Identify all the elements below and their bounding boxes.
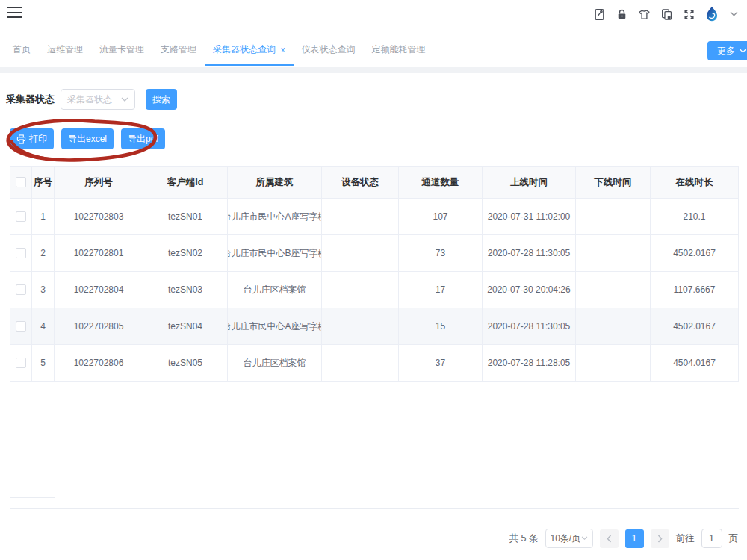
tab-label: 采集器状态查询 (213, 44, 276, 55)
app-logo-icon[interactable] (703, 6, 720, 23)
table-cell: 2020-07-28 11:30:05 (483, 235, 576, 271)
chevron-right-icon (657, 535, 663, 543)
table-cell: 1022702805 (55, 308, 143, 344)
theme-shirt-icon[interactable] (636, 6, 653, 23)
table-cell: 5 (32, 345, 55, 381)
page-size-value: 10条/页 (551, 532, 581, 545)
table-header-row: 序号 序列号 客户端Id 所属建筑 设备状态 通道数量 上线时间 下线时间 在线… (10, 166, 739, 199)
table-cell (322, 308, 399, 344)
tab-branch-management[interactable]: 支路管理 (152, 34, 205, 66)
table-cell: tezSN04 (143, 308, 228, 344)
table-cell (576, 308, 651, 344)
filter-row: 采集器状态 采集器状态 搜索 (6, 89, 177, 110)
header-offline-time: 下线时间 (576, 167, 651, 198)
collector-status-page: 首页 运维管理 流量卡管理 支路管理 采集器状态查询x 仪表状态查询 定额能耗管… (0, 0, 747, 560)
table-cell (322, 199, 399, 234)
tab-meter-status-query[interactable]: 仪表状态查询 (294, 34, 364, 66)
table-cell: 台儿庄区档案馆 (228, 345, 322, 381)
goto-page-input[interactable] (701, 529, 722, 548)
menu-icon[interactable] (7, 7, 22, 19)
header-checkbox-cell (10, 167, 32, 198)
header-building: 所属建筑 (228, 167, 322, 198)
lock-icon[interactable] (613, 6, 630, 23)
tab-quota-energy-management[interactable]: 定额能耗管理 (364, 34, 434, 66)
tab-collector-status-query[interactable]: 采集器状态查询x (205, 34, 294, 66)
tabbar: 首页 运维管理 流量卡管理 支路管理 采集器状态查询x 仪表状态查询 定额能耗管… (0, 34, 747, 66)
row-checkbox[interactable] (16, 358, 26, 368)
chevron-left-icon (607, 535, 612, 543)
row-checkbox[interactable] (16, 248, 26, 258)
document-edit-icon[interactable] (591, 6, 608, 23)
row-checkbox[interactable] (16, 284, 26, 295)
table-cell: 37 (399, 345, 483, 381)
table-cell: 台儿庄市民中心A座写字楼 (228, 308, 322, 344)
table-cell (576, 272, 651, 308)
fullscreen-icon[interactable] (681, 6, 698, 23)
row-checkbox-cell (10, 272, 32, 308)
page-number-button[interactable]: 1 (625, 529, 644, 548)
table-cell (322, 345, 399, 381)
table-cell: 73 (399, 235, 483, 271)
collector-status-label: 采集器状态 (6, 93, 55, 106)
chevron-down-icon (740, 49, 746, 54)
row-checkbox[interactable] (16, 211, 26, 222)
table-cell: 4502.0167 (651, 308, 739, 344)
table-cell: 2020-07-30 20:04:26 (483, 272, 576, 308)
search-button[interactable]: 搜索 (146, 89, 177, 110)
tab-close-icon[interactable]: x (281, 45, 285, 54)
print-label: 打印 (29, 133, 47, 146)
table-cell: 107 (399, 199, 483, 234)
row-checkbox[interactable] (16, 321, 26, 332)
table-cell (576, 199, 651, 234)
topbar-icons (591, 0, 743, 28)
copy-pages-icon[interactable] (658, 6, 675, 23)
table-row: 11022702803tezSN01台儿庄市民中心A座写字楼1072020-07… (10, 199, 739, 235)
export-pdf-button[interactable]: 导出pdf (121, 128, 165, 149)
row-checkbox-cell (10, 308, 32, 344)
row-checkbox-cell (10, 345, 32, 381)
tab-home[interactable]: 首页 (4, 34, 39, 66)
table-row: 31022702804tezSN03台儿庄区档案馆172020-07-30 20… (10, 272, 739, 308)
row-checkbox-cell (10, 235, 32, 271)
table-cell: 1 (32, 199, 55, 234)
header-device-status: 设备状态 (322, 167, 399, 198)
header-channel-count: 通道数量 (399, 167, 483, 198)
table-cell: 4504.0167 (651, 345, 739, 381)
table-cell: 台儿庄区档案馆 (228, 272, 322, 308)
prev-page-button[interactable] (600, 529, 619, 548)
more-label: 更多 (717, 45, 735, 57)
table-cell: 2020-07-28 11:30:05 (483, 308, 576, 344)
table-cell (322, 272, 399, 308)
table-cell: 1022702803 (55, 199, 143, 234)
tab-sim-card-management[interactable]: 流量卡管理 (91, 34, 152, 66)
page-size-select[interactable]: 10条/页 (545, 529, 593, 548)
select-all-checkbox[interactable] (16, 177, 26, 187)
table-cell: 2020-07-28 11:28:05 (483, 345, 576, 381)
page-unit-label: 页 (729, 532, 739, 545)
content-divider-band (0, 67, 747, 73)
row-checkbox-cell (10, 199, 32, 234)
user-chevron-down-icon[interactable] (725, 6, 743, 23)
total-count-label: 共 5 条 (509, 532, 539, 545)
header-online-time: 上线时间 (483, 167, 576, 198)
header-seq: 序号 (32, 167, 55, 198)
table-cell: 17 (399, 272, 483, 308)
table-cell: tezSN03 (143, 272, 228, 308)
table-empty-area (10, 376, 739, 509)
next-page-button[interactable] (651, 529, 669, 548)
tab-ops-management[interactable]: 运维管理 (39, 34, 91, 66)
header-serial: 序列号 (55, 167, 143, 198)
table-cell: 15 (399, 308, 483, 344)
print-button[interactable]: 打印 (10, 128, 54, 149)
collector-status-select[interactable]: 采集器状态 (61, 89, 135, 110)
goto-label: 前往 (676, 532, 695, 545)
table-cell: tezSN01 (143, 199, 228, 234)
topbar (0, 0, 747, 28)
export-excel-button[interactable]: 导出excel (61, 128, 114, 149)
table-body: 11022702803tezSN01台儿庄市民中心A座写字楼1072020-07… (10, 199, 739, 382)
more-tabs-button[interactable]: 更多 (707, 41, 747, 60)
table-cell (576, 345, 651, 381)
table-cell: 210.1 (651, 199, 739, 234)
table-row: 41022702805tezSN04台儿庄市民中心A座写字楼152020-07-… (10, 308, 739, 345)
table-cell: 4 (32, 308, 55, 344)
